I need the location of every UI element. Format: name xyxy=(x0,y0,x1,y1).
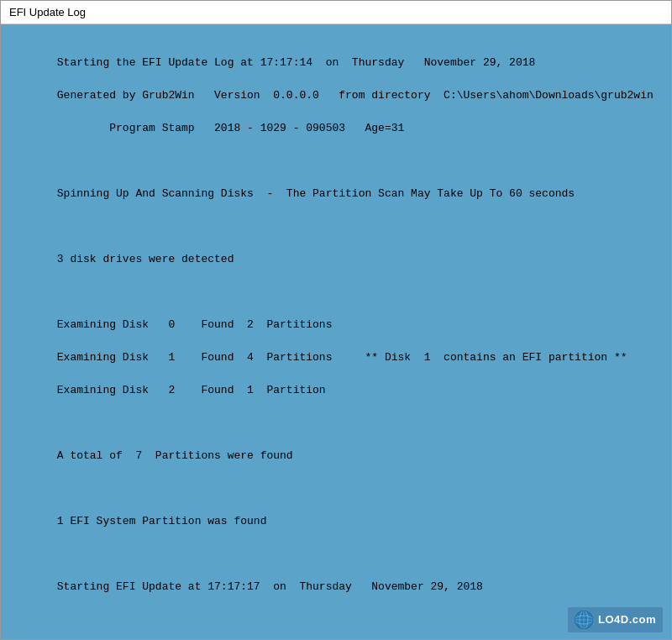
log-line-17: Starting EFI Update at 17:17:17 on Thurs… xyxy=(57,580,483,593)
window-title: EFI Update Log xyxy=(9,6,86,18)
watermark-badge: LO4D.com xyxy=(568,607,663,632)
log-line-7: 3 disk drives were detected xyxy=(57,253,234,265)
log-line-13: A total of 7 Partitions were found xyxy=(57,449,293,462)
log-line-15: 1 EFI System Partition was found xyxy=(57,515,267,527)
watermark-text: LO4D.com xyxy=(598,611,656,628)
main-window: EFI Update Log Starting the EFI Update L… xyxy=(0,0,672,640)
log-line-11: Examining Disk 2 Found 1 Partition xyxy=(57,384,326,396)
log-output: Starting the EFI Update Log at 17:17:14 … xyxy=(18,38,654,639)
log-line-10: Examining Disk 1 Found 4 Partitions ** D… xyxy=(57,351,627,364)
log-content-area: Starting the EFI Update Log at 17:17:14 … xyxy=(1,24,671,639)
title-bar: EFI Update Log xyxy=(1,1,671,24)
watermark-globe-icon xyxy=(575,611,593,629)
log-line-2: Generated by Grub2Win Version 0.0.0.0 fr… xyxy=(57,89,654,102)
log-line-3: Program Stamp 2018 - 1029 - 090503 Age=3… xyxy=(57,122,404,134)
log-line-9: Examining Disk 0 Found 2 Partitions xyxy=(57,318,333,331)
log-line-5: Spinning Up And Scanning Disks - The Par… xyxy=(57,187,575,200)
log-line-1: Starting the EFI Update Log at 17:17:14 … xyxy=(57,56,536,69)
